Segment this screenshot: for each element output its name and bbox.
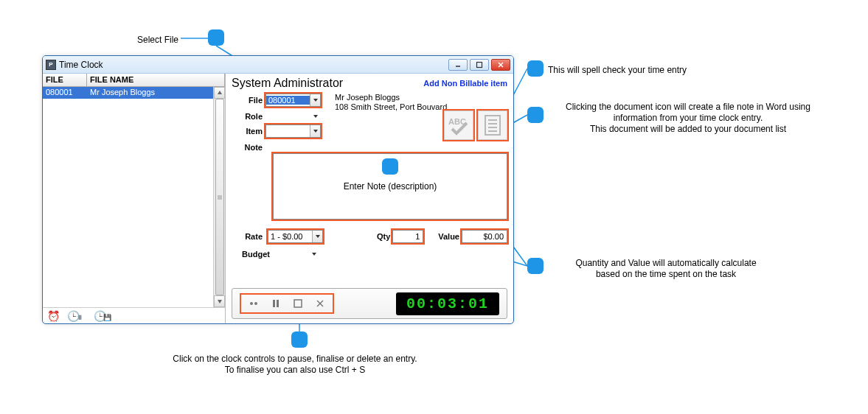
- col-header-file[interactable]: FILE: [43, 74, 87, 86]
- table-header: FILE FILE NAME: [43, 74, 225, 87]
- svg-point-32: [250, 302, 253, 305]
- clock-controls: [240, 293, 334, 314]
- svg-rect-34: [273, 300, 275, 307]
- annotation-qtyval-l1: Quantity and Value will automatically ca…: [575, 258, 756, 268]
- annotation-controls-l1: Click on the clock controls to pause, fi…: [173, 354, 417, 364]
- col-header-name[interactable]: FILE NAME: [87, 74, 225, 86]
- scroll-down-icon[interactable]: [214, 295, 225, 307]
- user-role-title: System Administrator: [232, 77, 343, 90]
- marker-spellcheck: [527, 60, 544, 77]
- svg-rect-35: [277, 300, 279, 307]
- label-rate: Rate: [232, 232, 265, 241]
- client-address: 108 Smith Street, Port Bouvard: [335, 102, 447, 112]
- note-textarea[interactable]: Enter Note (description): [273, 153, 507, 220]
- time-clock-window: P Time Clock FILE FILE NAME 080001 Mr Jo…: [42, 55, 514, 324]
- annotation-docnote-l1: Clicking the document icon will create a…: [566, 102, 810, 112]
- svg-rect-36: [294, 300, 302, 307]
- maximize-button[interactable]: [470, 59, 489, 71]
- spellcheck-icon[interactable]: ABC: [444, 110, 473, 140]
- budget-combo[interactable]: [273, 248, 319, 261]
- annotation-qtyval: Quantity and Value will automatically ca…: [548, 258, 784, 280]
- label-role: Role: [232, 112, 265, 121]
- svg-marker-30: [316, 235, 320, 238]
- pause-icon[interactable]: [271, 298, 281, 309]
- role-combo[interactable]: [265, 110, 321, 123]
- label-value: Value: [438, 232, 459, 241]
- svg-rect-25: [485, 116, 500, 135]
- marker-note: [382, 158, 398, 175]
- chevron-down-icon[interactable]: [312, 231, 322, 242]
- annotation-docnote: Clicking the document icon will create a…: [548, 102, 828, 135]
- svg-marker-23: [313, 130, 318, 133]
- clock-pause-icon[interactable]: 🕒⏸: [67, 311, 86, 321]
- label-qty: Qty: [377, 232, 390, 241]
- marker-docnote: [527, 107, 544, 123]
- annotation-select-file: Select File: [137, 35, 178, 45]
- svg-marker-21: [313, 99, 318, 102]
- marker-qtyval: [527, 258, 544, 274]
- client-info: Mr Joseph Bloggs 108 Smith Street, Port …: [335, 93, 447, 112]
- annotation-docnote-l3: This document will be added to your docu…: [590, 124, 786, 134]
- svg-rect-13: [477, 62, 482, 67]
- svg-marker-31: [312, 253, 316, 256]
- app-icon: P: [46, 60, 56, 70]
- scroll-up-icon[interactable]: [214, 87, 225, 99]
- chevron-down-icon[interactable]: [310, 110, 321, 123]
- label-file: File: [232, 96, 265, 105]
- annotation-controls-l2: To finalise you can also use Ctrl + S: [225, 365, 365, 375]
- svg-marker-20: [218, 300, 222, 304]
- chevron-down-icon[interactable]: [310, 94, 320, 106]
- annotation-docnote-l2: information from your time clock entry.: [614, 113, 763, 123]
- timer-display: 00:03:01: [396, 292, 499, 315]
- clock-save-icon[interactable]: 🕒💾: [94, 311, 114, 321]
- client-name: Mr Joseph Bloggs: [335, 93, 447, 102]
- scroll-thumb[interactable]: [215, 99, 224, 295]
- table-row[interactable]: 080001 Mr Joseph Bloggs: [43, 87, 225, 99]
- file-combo-value: 080001: [266, 96, 310, 105]
- annotation-qtyval-l2: based on the time spent on the task: [596, 269, 736, 279]
- note-placeholder: Enter Note (description): [344, 181, 437, 192]
- item-combo[interactable]: [265, 124, 321, 138]
- svg-marker-22: [313, 115, 318, 118]
- rate-combo-value: 1 - $0.00: [268, 232, 312, 241]
- qty-field[interactable]: 1: [392, 230, 423, 243]
- cell-name: Mr Joseph Bloggs: [87, 87, 225, 99]
- file-combo[interactable]: 080001: [265, 94, 321, 107]
- delete-icon[interactable]: [315, 298, 325, 309]
- close-button[interactable]: [491, 59, 510, 71]
- value-field: $0.00: [462, 230, 507, 243]
- entry-pane: System Administrator Add Non Billable it…: [226, 74, 513, 323]
- document-icon[interactable]: [478, 110, 507, 140]
- minimize-button[interactable]: [448, 59, 468, 71]
- record-icon[interactable]: [249, 298, 259, 309]
- chevron-down-icon[interactable]: [310, 125, 320, 137]
- marker-select-file: [208, 29, 224, 46]
- svg-point-33: [254, 302, 257, 305]
- svg-marker-16: [218, 91, 222, 94]
- label-note: Note: [232, 143, 265, 152]
- annotation-controls: Click on the clock controls to pause, fi…: [151, 354, 439, 376]
- cell-file: 080001: [43, 87, 87, 99]
- file-list-pane: FILE FILE NAME 080001 Mr Joseph Bloggs ⏰…: [43, 74, 226, 323]
- alarm-icon[interactable]: ⏰: [47, 311, 60, 321]
- label-budget: Budget: [232, 250, 273, 259]
- titlebar[interactable]: P Time Clock: [43, 56, 513, 74]
- chevron-down-icon[interactable]: [309, 248, 319, 261]
- window-title: Time Clock: [59, 60, 448, 70]
- annotation-spellcheck: This will spell check your time entry: [548, 65, 687, 75]
- stop-icon[interactable]: [293, 298, 303, 309]
- left-toolbar: ⏰ 🕒⏸ 🕒💾: [43, 307, 225, 323]
- rate-combo[interactable]: 1 - $0.00: [268, 230, 323, 243]
- scrollbar[interactable]: [213, 87, 225, 307]
- add-non-billable-link[interactable]: Add Non Billable item: [423, 79, 507, 88]
- timer-controls-bar: 00:03:01: [232, 288, 507, 319]
- label-item: Item: [232, 127, 265, 136]
- marker-controls: [291, 331, 308, 348]
